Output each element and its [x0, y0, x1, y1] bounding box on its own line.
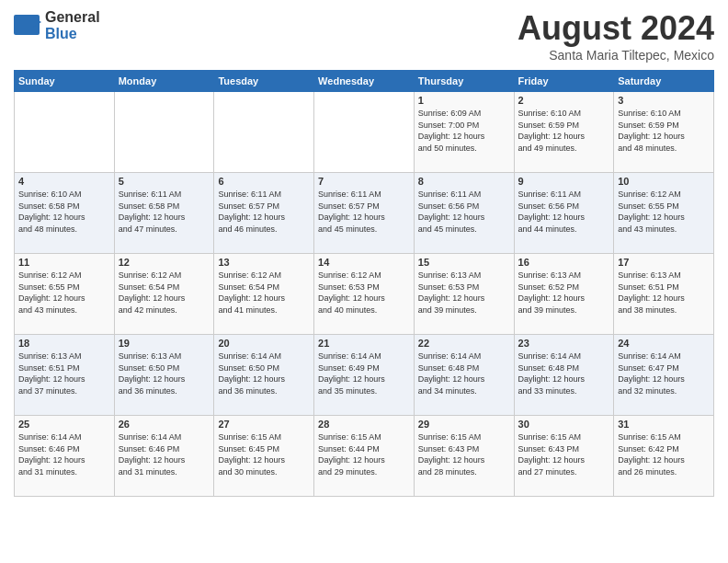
day-number: 8 [418, 176, 510, 187]
page-header: General Blue August 2024 Santa Maria Til… [14, 9, 714, 63]
calendar-cell: 6Sunrise: 6:11 AM Sunset: 6:57 PM Daylig… [214, 173, 314, 254]
day-number: 29 [418, 419, 510, 430]
day-info: Sunrise: 6:13 AM Sunset: 6:51 PM Dayligh… [618, 270, 710, 316]
day-number: 30 [518, 419, 610, 430]
logo-icon [14, 15, 41, 37]
page-container: General Blue August 2024 Santa Maria Til… [0, 0, 728, 563]
day-info: Sunrise: 6:11 AM Sunset: 6:56 PM Dayligh… [518, 189, 610, 235]
calendar-cell: 9Sunrise: 6:11 AM Sunset: 6:56 PM Daylig… [514, 173, 614, 254]
day-number: 18 [18, 338, 110, 349]
calendar-body: 1Sunrise: 6:09 AM Sunset: 7:00 PM Daylig… [15, 92, 714, 497]
day-number: 16 [518, 257, 610, 268]
title-block: August 2024 Santa Maria Tiltepec, Mexico [518, 9, 714, 63]
day-info: Sunrise: 6:10 AM Sunset: 6:59 PM Dayligh… [518, 108, 610, 154]
day-number: 7 [318, 176, 410, 187]
calendar-cell: 16Sunrise: 6:13 AM Sunset: 6:52 PM Dayli… [514, 254, 614, 335]
day-number: 12 [119, 257, 210, 268]
calendar-cell: 17Sunrise: 6:13 AM Sunset: 6:51 PM Dayli… [614, 254, 714, 335]
calendar-cell: 14Sunrise: 6:12 AM Sunset: 6:53 PM Dayli… [314, 254, 415, 335]
week-row-2: 4Sunrise: 6:10 AM Sunset: 6:58 PM Daylig… [15, 173, 714, 254]
day-number: 31 [618, 419, 710, 430]
header-row: Sunday Monday Tuesday Wednesday Thursday… [15, 71, 714, 92]
day-number: 5 [119, 176, 210, 187]
day-number: 17 [618, 257, 710, 268]
day-number: 13 [218, 257, 310, 268]
calendar-cell: 24Sunrise: 6:14 AM Sunset: 6:47 PM Dayli… [614, 335, 714, 416]
day-number: 10 [618, 176, 710, 187]
day-number: 15 [418, 257, 510, 268]
calendar-cell: 12Sunrise: 6:12 AM Sunset: 6:54 PM Dayli… [114, 254, 214, 335]
location: Santa Maria Tiltepec, Mexico [518, 48, 714, 63]
day-info: Sunrise: 6:15 AM Sunset: 6:43 PM Dayligh… [418, 431, 510, 477]
day-info: Sunrise: 6:12 AM Sunset: 6:55 PM Dayligh… [18, 270, 110, 316]
day-number: 20 [218, 338, 310, 349]
day-info: Sunrise: 6:11 AM Sunset: 6:57 PM Dayligh… [218, 189, 310, 235]
calendar-cell: 28Sunrise: 6:15 AM Sunset: 6:44 PM Dayli… [314, 416, 415, 497]
calendar-cell [214, 92, 314, 173]
calendar-cell: 3Sunrise: 6:10 AM Sunset: 6:59 PM Daylig… [614, 92, 714, 173]
day-info: Sunrise: 6:14 AM Sunset: 6:48 PM Dayligh… [518, 350, 610, 396]
day-info: Sunrise: 6:10 AM Sunset: 6:59 PM Dayligh… [618, 108, 710, 154]
day-info: Sunrise: 6:14 AM Sunset: 6:46 PM Dayligh… [18, 431, 110, 477]
week-row-1: 1Sunrise: 6:09 AM Sunset: 7:00 PM Daylig… [15, 92, 714, 173]
day-info: Sunrise: 6:15 AM Sunset: 6:42 PM Dayligh… [618, 431, 710, 477]
day-info: Sunrise: 6:13 AM Sunset: 6:52 PM Dayligh… [518, 270, 610, 316]
header-friday: Friday [514, 71, 614, 92]
day-info: Sunrise: 6:12 AM Sunset: 6:54 PM Dayligh… [218, 270, 310, 316]
calendar-cell [314, 92, 415, 173]
header-monday: Monday [114, 71, 214, 92]
day-info: Sunrise: 6:14 AM Sunset: 6:50 PM Dayligh… [218, 350, 310, 396]
day-number: 21 [318, 338, 410, 349]
calendar-cell: 19Sunrise: 6:13 AM Sunset: 6:50 PM Dayli… [114, 335, 214, 416]
day-number: 26 [119, 419, 210, 430]
day-info: Sunrise: 6:14 AM Sunset: 6:47 PM Dayligh… [618, 350, 710, 396]
day-info: Sunrise: 6:11 AM Sunset: 6:56 PM Dayligh… [418, 189, 510, 235]
day-info: Sunrise: 6:12 AM Sunset: 6:53 PM Dayligh… [318, 270, 410, 316]
week-row-4: 18Sunrise: 6:13 AM Sunset: 6:51 PM Dayli… [15, 335, 714, 416]
day-info: Sunrise: 6:13 AM Sunset: 6:53 PM Dayligh… [418, 270, 510, 316]
day-info: Sunrise: 6:14 AM Sunset: 6:46 PM Dayligh… [119, 431, 210, 477]
calendar-cell: 15Sunrise: 6:13 AM Sunset: 6:53 PM Dayli… [414, 254, 514, 335]
day-number: 1 [418, 95, 510, 106]
day-info: Sunrise: 6:15 AM Sunset: 6:43 PM Dayligh… [518, 431, 610, 477]
day-number: 24 [618, 338, 710, 349]
calendar-header: Sunday Monday Tuesday Wednesday Thursday… [15, 71, 714, 92]
day-number: 2 [518, 95, 610, 106]
calendar-cell [114, 92, 214, 173]
logo: General Blue [14, 9, 100, 42]
day-info: Sunrise: 6:13 AM Sunset: 6:51 PM Dayligh… [18, 350, 110, 396]
calendar-cell: 31Sunrise: 6:15 AM Sunset: 6:42 PM Dayli… [614, 416, 714, 497]
calendar-cell: 27Sunrise: 6:15 AM Sunset: 6:45 PM Dayli… [214, 416, 314, 497]
day-number: 14 [318, 257, 410, 268]
calendar-table: Sunday Monday Tuesday Wednesday Thursday… [14, 70, 714, 497]
day-number: 19 [119, 338, 210, 349]
logo-text: General Blue [45, 9, 100, 42]
day-number: 28 [318, 419, 410, 430]
day-number: 3 [618, 95, 710, 106]
calendar-cell [15, 92, 115, 173]
week-row-5: 25Sunrise: 6:14 AM Sunset: 6:46 PM Dayli… [15, 416, 714, 497]
day-info: Sunrise: 6:14 AM Sunset: 6:49 PM Dayligh… [318, 350, 410, 396]
week-row-3: 11Sunrise: 6:12 AM Sunset: 6:55 PM Dayli… [15, 254, 714, 335]
day-info: Sunrise: 6:15 AM Sunset: 6:44 PM Dayligh… [318, 431, 410, 477]
header-tuesday: Tuesday [214, 71, 314, 92]
day-number: 9 [518, 176, 610, 187]
calendar-cell: 20Sunrise: 6:14 AM Sunset: 6:50 PM Dayli… [214, 335, 314, 416]
calendar-cell: 22Sunrise: 6:14 AM Sunset: 6:48 PM Dayli… [414, 335, 514, 416]
day-number: 25 [18, 419, 110, 430]
calendar-cell: 13Sunrise: 6:12 AM Sunset: 6:54 PM Dayli… [214, 254, 314, 335]
calendar-cell: 7Sunrise: 6:11 AM Sunset: 6:57 PM Daylig… [314, 173, 415, 254]
calendar-cell: 11Sunrise: 6:12 AM Sunset: 6:55 PM Dayli… [15, 254, 115, 335]
day-info: Sunrise: 6:15 AM Sunset: 6:45 PM Dayligh… [218, 431, 310, 477]
day-number: 23 [518, 338, 610, 349]
calendar-cell: 1Sunrise: 6:09 AM Sunset: 7:00 PM Daylig… [414, 92, 514, 173]
calendar-cell: 29Sunrise: 6:15 AM Sunset: 6:43 PM Dayli… [414, 416, 514, 497]
day-info: Sunrise: 6:11 AM Sunset: 6:57 PM Dayligh… [318, 189, 410, 235]
calendar-cell: 30Sunrise: 6:15 AM Sunset: 6:43 PM Dayli… [514, 416, 614, 497]
day-info: Sunrise: 6:12 AM Sunset: 6:54 PM Dayligh… [119, 270, 210, 316]
month-title: August 2024 [518, 9, 714, 48]
day-number: 27 [218, 419, 310, 430]
calendar-cell: 8Sunrise: 6:11 AM Sunset: 6:56 PM Daylig… [414, 173, 514, 254]
day-number: 6 [218, 176, 310, 187]
header-wednesday: Wednesday [314, 71, 415, 92]
